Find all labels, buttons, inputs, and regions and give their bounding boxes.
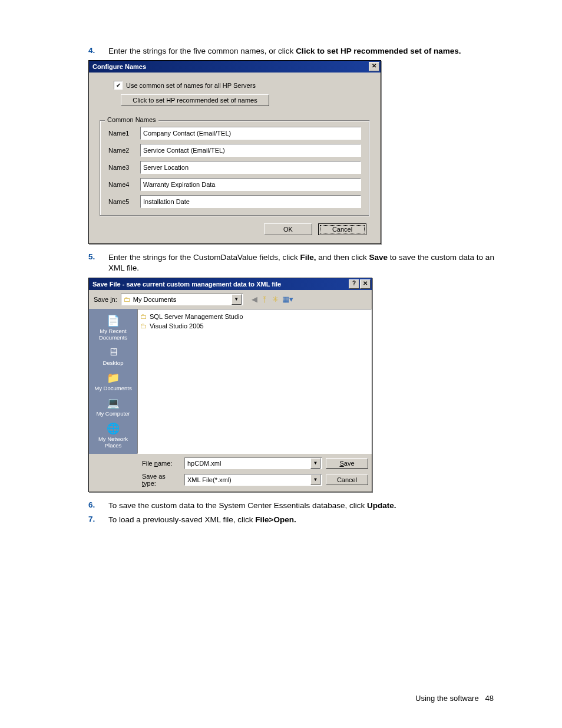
close-icon[interactable]: ✕ bbox=[360, 279, 371, 289]
chevron-down-icon[interactable]: ▼ bbox=[310, 458, 320, 469]
dialog-titlebar[interactable]: Configure Names ✕ bbox=[89, 61, 381, 73]
name4-label: Name4 bbox=[108, 181, 135, 188]
step-text: Enter the strings for the CustomDataValu… bbox=[108, 252, 497, 274]
toolbar-icons: ◀ ⭱ ✳ ▦▾ bbox=[247, 295, 293, 304]
place-desktop[interactable]: 🖥 Desktop bbox=[90, 344, 137, 368]
step-number: 7. bbox=[88, 515, 108, 523]
save-file-dialog: Save File - save current custom manageme… bbox=[88, 278, 372, 492]
name3-label: Name3 bbox=[108, 164, 135, 171]
step-4: 4. Enter the strings for the five common… bbox=[88, 46, 497, 57]
cancel-button[interactable]: Cancel bbox=[326, 475, 368, 485]
name2-input[interactable]: Service Contact (Email/TEL) bbox=[140, 144, 361, 157]
close-icon[interactable]: ✕ bbox=[369, 62, 379, 71]
step-7: 7. To load a previously-saved XML file, … bbox=[88, 515, 497, 525]
name5-input[interactable]: Installation Date bbox=[140, 195, 361, 208]
savetype-value: XML File(*.xml) bbox=[187, 475, 232, 485]
list-item[interactable]: 🗀 Visual Studio 2005 bbox=[140, 321, 369, 331]
filename-input[interactable]: hpCDM.xml ▼ bbox=[184, 457, 322, 469]
back-icon[interactable]: ◀ bbox=[252, 295, 257, 304]
cancel-button[interactable]: Cancel bbox=[318, 223, 366, 235]
step-text: Enter the strings for the five common na… bbox=[108, 46, 497, 57]
new-folder-icon[interactable]: ✳ bbox=[272, 295, 279, 304]
name4-input[interactable]: Warranty Expiration Data bbox=[140, 178, 361, 191]
name1-label: Name1 bbox=[108, 130, 135, 137]
save-button[interactable]: Save bbox=[326, 458, 368, 469]
step-text: To save the custom data to the System Ce… bbox=[108, 500, 497, 511]
views-icon[interactable]: ▦▾ bbox=[282, 295, 293, 304]
ok-button[interactable]: OK bbox=[264, 223, 312, 235]
places-bar: 📄 My Recent Documents 🖥 Desktop 📁 My Doc… bbox=[89, 309, 137, 454]
computer-icon: 💻 bbox=[105, 396, 121, 410]
help-icon[interactable]: ? bbox=[349, 279, 359, 289]
recommended-names-button[interactable]: Click to set HP recommended set of names bbox=[121, 94, 269, 106]
step-number: 4. bbox=[88, 46, 108, 55]
step-text: To load a previously-saved XML file, cli… bbox=[108, 515, 497, 525]
filename-label: File name: bbox=[142, 460, 181, 467]
folder-icon: 🗀 bbox=[140, 312, 147, 321]
savetype-label: Save as type: bbox=[142, 473, 181, 487]
dialog-titlebar[interactable]: Save File - save current custom manageme… bbox=[89, 278, 372, 290]
common-names-checkbox[interactable]: ✔ bbox=[114, 81, 123, 90]
dialog-title: Configure Names bbox=[92, 63, 146, 70]
place-recent[interactable]: 📄 My Recent Documents bbox=[90, 312, 137, 343]
checkbox-label: Use common set of names for all HP Serve… bbox=[126, 82, 256, 89]
place-documents[interactable]: 📁 My Documents bbox=[90, 370, 137, 394]
file-list-pane[interactable]: 🗀 SQL Server Management Studio 🗀 Visual … bbox=[137, 309, 372, 454]
folder-icon: 🗀 bbox=[124, 294, 131, 305]
common-names-fieldset: Common Names Name1 Company Contact (Emai… bbox=[100, 120, 370, 216]
up-icon[interactable]: ⭱ bbox=[261, 295, 269, 304]
savetype-dropdown[interactable]: XML File(*.xml) ▼ bbox=[184, 474, 322, 486]
network-icon: 🌐 bbox=[105, 421, 121, 436]
dialog-title: Save File - save current custom manageme… bbox=[92, 281, 281, 288]
name5-label: Name5 bbox=[108, 198, 135, 205]
save-in-value: My Documents bbox=[133, 294, 176, 305]
place-computer[interactable]: 💻 My Computer bbox=[90, 395, 137, 419]
save-in-dropdown[interactable]: 🗀 My Documents ▼ bbox=[121, 294, 243, 305]
filename-value: hpCDM.xml bbox=[187, 458, 221, 469]
folder-icon: 🗀 bbox=[140, 322, 147, 330]
name1-input[interactable]: Company Contact (Email/TEL) bbox=[140, 127, 361, 140]
chevron-down-icon[interactable]: ▼ bbox=[232, 294, 242, 305]
configure-names-dialog: Configure Names ✕ ✔ Use common set of na… bbox=[88, 60, 381, 244]
desktop-icon: 🖥 bbox=[105, 345, 121, 360]
recent-icon: 📄 bbox=[105, 314, 121, 328]
documents-icon: 📁 bbox=[105, 371, 121, 385]
fieldset-legend: Common Names bbox=[105, 116, 158, 123]
place-network[interactable]: 🌐 My Network Places bbox=[90, 420, 137, 451]
save-in-label: Save in: bbox=[94, 296, 117, 303]
list-item[interactable]: 🗀 SQL Server Management Studio bbox=[140, 312, 369, 321]
name2-label: Name2 bbox=[108, 147, 135, 154]
step-6: 6. To save the custom data to the System… bbox=[88, 500, 497, 511]
step-number: 6. bbox=[88, 500, 108, 509]
page-footer: Using the software 48 bbox=[88, 529, 497, 703]
step-5: 5. Enter the strings for the CustomDataV… bbox=[88, 252, 497, 274]
name3-input[interactable]: Server Location bbox=[140, 161, 361, 174]
step-number: 5. bbox=[88, 252, 108, 261]
chevron-down-icon[interactable]: ▼ bbox=[310, 475, 320, 485]
